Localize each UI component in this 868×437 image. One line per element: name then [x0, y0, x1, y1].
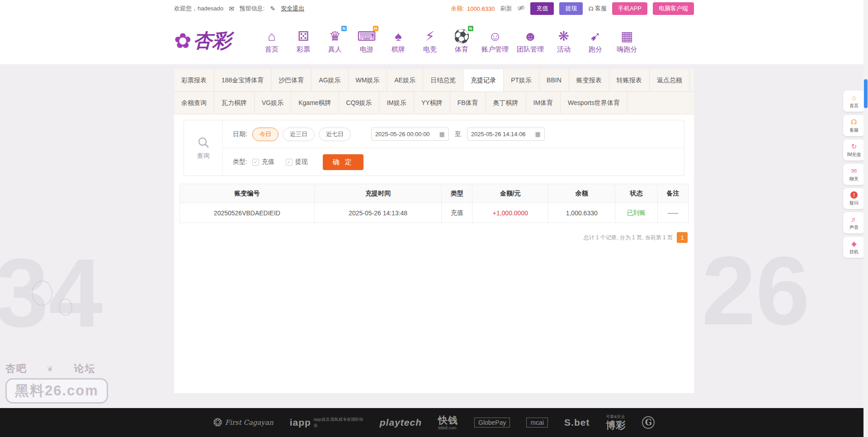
col-header-type: 类型: [442, 184, 472, 203]
tab-saba-sports[interactable]: 沙巴体育: [271, 69, 311, 91]
balance-value: 1000.6330: [467, 5, 495, 12]
checkbox-icon[interactable]: [252, 159, 259, 166]
nav-item-home[interactable]: ⌂ 首页: [260, 28, 283, 54]
tab-daily-summary[interactable]: 日结总览: [423, 69, 463, 91]
tab-wali-chess[interactable]: 瓦力棋牌: [214, 92, 255, 114]
mobile-app-button[interactable]: 手机APP: [612, 2, 647, 15]
diamond-icon: ◆: [844, 240, 864, 247]
query-filter-box: 查询 日期: 今日 近三日 近七日 2025-05-26 00:00:00 ▦ …: [184, 120, 684, 176]
withdraw-button[interactable]: 提现: [559, 2, 583, 15]
tab-transfer-report[interactable]: 转账报表: [609, 69, 650, 91]
tab-wm[interactable]: WM娱乐: [349, 69, 387, 91]
quick-date-3days[interactable]: 近三日: [283, 128, 315, 141]
nav-item-chess[interactable]: ♠ 棋牌: [387, 28, 410, 54]
float-service-button[interactable]: ☊ 客服: [843, 115, 865, 136]
tab-ag[interactable]: AG娱乐: [311, 69, 348, 91]
page-scrollbar[interactable]: [863, 0, 868, 437]
cell-amount: +1,000.0000: [472, 203, 548, 223]
nav-item-hi-paofen[interactable]: ▦ 嗨跑分: [615, 28, 639, 54]
report-tabs-row-2: 余额查询 瓦力棋牌 VG娱乐 Kgame棋牌 CQ9娱乐 IM娱乐 YY棋牌 F…: [174, 92, 694, 114]
float-chat-button[interactable]: ✉ 聊天: [843, 164, 865, 185]
refresh-link[interactable]: 刷新: [500, 5, 512, 13]
watermark-flourish-icon: ❦: [47, 365, 54, 373]
tab-yy-chess[interactable]: YY棋牌: [414, 92, 450, 114]
home-icon: ⌂: [844, 94, 864, 101]
tab-im[interactable]: IM娱乐: [379, 92, 414, 114]
nav-item-activity[interactable]: ❋ 活动: [552, 28, 576, 54]
type-checkbox-recharge[interactable]: 充值: [252, 158, 274, 166]
nav-item-account-management[interactable]: ☺ 账户管理: [481, 28, 509, 54]
tab-pt[interactable]: PT娱乐: [504, 69, 539, 91]
brand-name: 杏彩: [193, 28, 231, 53]
date-from-input[interactable]: 2025-05-26 00:00:00 ▦: [371, 128, 449, 141]
type-checkbox-withdraw[interactable]: 提现: [286, 158, 308, 166]
cell-remark: -----: [658, 203, 689, 223]
date-to-input[interactable]: 2025-05-26 14:14:06 ▦: [467, 128, 545, 141]
tab-188-sports[interactable]: 188金宝博体育: [214, 69, 271, 91]
footer-logo-g-cert: G: [642, 416, 655, 429]
watermark-right-text: 论坛: [74, 362, 95, 375]
calendar-icon[interactable]: ▦: [439, 131, 445, 138]
float-question-button[interactable]: ! 疑问: [843, 188, 865, 209]
quick-date-today[interactable]: 今日: [252, 128, 278, 141]
customer-service-link[interactable]: ☊ 客服: [588, 5, 607, 13]
checkbox-icon[interactable]: [286, 159, 292, 166]
edit-icon[interactable]: ✎: [270, 5, 275, 12]
tab-balance-query[interactable]: 余额查询: [174, 92, 214, 114]
page-1-button[interactable]: 1: [677, 232, 688, 243]
balloon-decoration: [32, 280, 52, 306]
col-header-amount: 金额/元: [472, 184, 548, 203]
logout-link[interactable]: 安全退出: [281, 5, 304, 13]
pc-client-button[interactable]: 电脑客户端: [653, 2, 694, 15]
tab-vg[interactable]: VG娱乐: [255, 92, 291, 114]
mail-icon[interactable]: ✉: [229, 5, 234, 12]
nav-item-egames[interactable]: H ⌨ 电游: [355, 28, 378, 54]
tab-kgame[interactable]: Kgame棋牌: [291, 92, 339, 114]
tab-aoding-chess[interactable]: 奥丁棋牌: [486, 92, 526, 114]
col-header-balance: 余额: [548, 184, 615, 203]
float-home-button[interactable]: ⌂ 首页: [843, 90, 865, 112]
table-header-row: 账变编号 充提时间 类型 金额/元 余额 状态 备注: [180, 184, 689, 203]
primary-nav: ⌂ 首页 ⚄ 彩票 N ♛ 真人 H ⌨ 电游 ♠ 棋牌 ⚡: [260, 28, 639, 54]
date-filter-row: 日期: 今日 近三日 近七日 2025-05-26 00:00:00 ▦ 至 2…: [223, 120, 684, 148]
nav-item-paofen[interactable]: ➹ 跑分: [584, 28, 607, 54]
col-header-status: 状态: [615, 184, 658, 203]
report-tabs-row-1: 彩票报表 188金宝博体育 沙巴体育 AG娱乐 WM娱乐 AE娱乐 日结总览 充…: [174, 69, 694, 92]
tab-cq9[interactable]: CQ9娱乐: [339, 92, 380, 114]
tab-recharge-withdraw-records[interactable]: 充提记录: [463, 69, 504, 91]
tab-ae[interactable]: AE娱乐: [387, 69, 423, 91]
score-run-icon: ➹: [584, 28, 607, 44]
tab-account-change-report[interactable]: 账变报表: [569, 69, 609, 91]
pagination-summary: 总计 1 个记录, 分为 1 页, 当前第 1 页: [584, 234, 673, 242]
headset-icon: ☊: [588, 5, 594, 12]
headset-icon: ☊: [844, 118, 864, 126]
nav-item-lottery[interactable]: ⚄ 彩票: [292, 28, 315, 54]
topbar: 欢迎您，hadesado ✉ 预留信息: ✎ 安全退出 余额: 1000.633…: [0, 0, 868, 17]
tab-fb-sports[interactable]: FB体育: [450, 92, 486, 114]
tab-bbin[interactable]: BBIN: [539, 69, 569, 91]
float-im-recharge-button[interactable]: ↻ IM充值: [843, 139, 865, 161]
eye-off-icon[interactable]: [517, 5, 525, 12]
float-idle-button[interactable]: ◆ 挂机: [843, 237, 865, 258]
main-navbar: ✿ 杏彩 ⌂ 首页 ⚄ 彩票 N ♛ 真人 H ⌨ 电游 ♠: [0, 17, 868, 64]
nav-item-esports[interactable]: ⚡ 电竞: [418, 28, 442, 54]
to-label: 至: [455, 130, 461, 138]
balance-label: 余额:: [451, 5, 464, 13]
scrollbar-thumb[interactable]: [864, 79, 868, 108]
nav-item-team-management[interactable]: ☻ 团队管理: [517, 28, 544, 54]
tab-wesports[interactable]: Wesports世界体育: [561, 92, 627, 114]
calendar-icon[interactable]: ▦: [535, 131, 541, 138]
search-icon: [197, 136, 210, 149]
tab-lottery-report[interactable]: 彩票报表: [174, 69, 214, 91]
nav-item-sports[interactable]: N ⚽ 体育: [450, 28, 473, 54]
tab-im-sports[interactable]: IM体育: [526, 92, 561, 114]
nav-item-live[interactable]: N ♛ 真人: [323, 28, 347, 54]
footer-logo-99bill: 快钱 99bill.com: [438, 414, 458, 431]
confirm-button[interactable]: 确 定: [323, 154, 363, 170]
brand-logo[interactable]: ✿ 杏彩: [174, 28, 250, 53]
tab-rebate-total[interactable]: 返点总额: [650, 69, 690, 91]
float-sound-button[interactable]: ♬ 声音: [843, 212, 865, 233]
account-icon: ☺: [481, 28, 509, 44]
recharge-button[interactable]: 充值: [530, 2, 554, 15]
quick-date-7days[interactable]: 近七日: [319, 128, 351, 141]
